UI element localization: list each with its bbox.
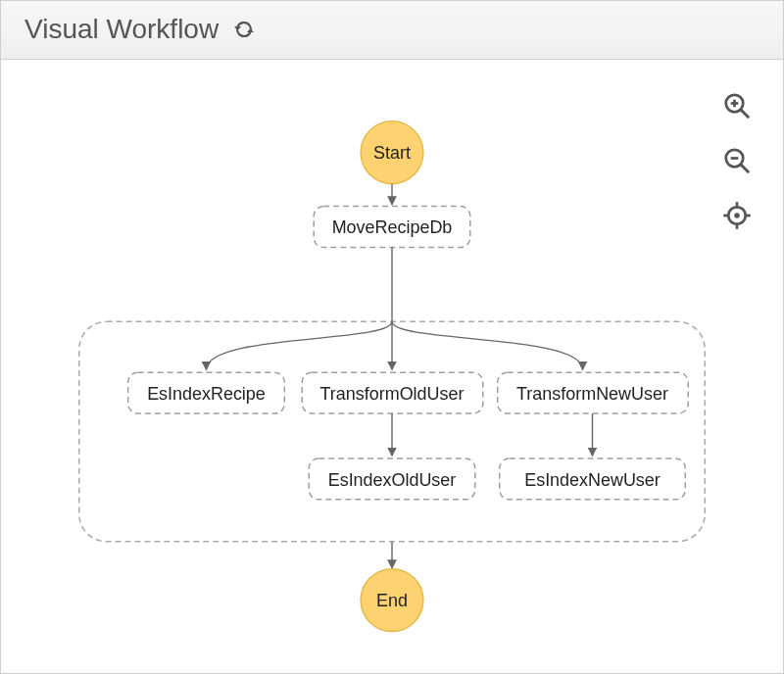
- transform-old-user-node[interactable]: TransformOldUser: [302, 372, 483, 413]
- svg-text:Start: Start: [373, 143, 411, 163]
- svg-text:End: End: [376, 591, 408, 610]
- svg-text:EsIndexNewUser: EsIndexNewUser: [524, 469, 661, 489]
- svg-text:EsIndexRecipe: EsIndexRecipe: [147, 383, 266, 403]
- svg-text:EsIndexOldUser: EsIndexOldUser: [328, 469, 457, 489]
- center-target-icon[interactable]: [720, 199, 754, 232]
- move-recipe-db-node[interactable]: MoveRecipeDb: [314, 206, 470, 247]
- canvas-controls: [720, 89, 754, 232]
- workflow-diagram: Start MoveRecipeDb EsIndexRecipe: [1, 60, 783, 673]
- visual-workflow-panel: Visual Workflow: [0, 0, 784, 674]
- es-index-recipe-node[interactable]: EsIndexRecipe: [128, 372, 285, 413]
- edge-to-transform-new: [392, 321, 583, 369]
- refresh-icon[interactable]: [232, 18, 256, 41]
- panel-header: Visual Workflow: [1, 1, 783, 60]
- svg-text:MoveRecipeDb: MoveRecipeDb: [332, 217, 453, 237]
- panel-title: Visual Workflow: [24, 14, 219, 45]
- svg-point-8: [734, 213, 740, 218]
- zoom-in-icon[interactable]: [720, 89, 754, 122]
- edge-to-esindexrecipe: [206, 321, 392, 369]
- es-index-old-user-node[interactable]: EsIndexOldUser: [309, 458, 475, 500]
- start-node[interactable]: Start: [361, 120, 423, 183]
- svg-text:TransformOldUser: TransformOldUser: [320, 383, 465, 403]
- end-node[interactable]: End: [361, 568, 423, 631]
- svg-text:TransformNewUser: TransformNewUser: [516, 383, 668, 403]
- workflow-canvas[interactable]: Start MoveRecipeDb EsIndexRecipe: [1, 60, 783, 673]
- svg-line-5: [741, 165, 748, 171]
- es-index-new-user-node[interactable]: EsIndexNewUser: [500, 458, 686, 500]
- transform-new-user-node[interactable]: TransformNewUser: [498, 372, 689, 413]
- svg-line-1: [741, 110, 748, 117]
- zoom-out-icon[interactable]: [720, 144, 754, 177]
